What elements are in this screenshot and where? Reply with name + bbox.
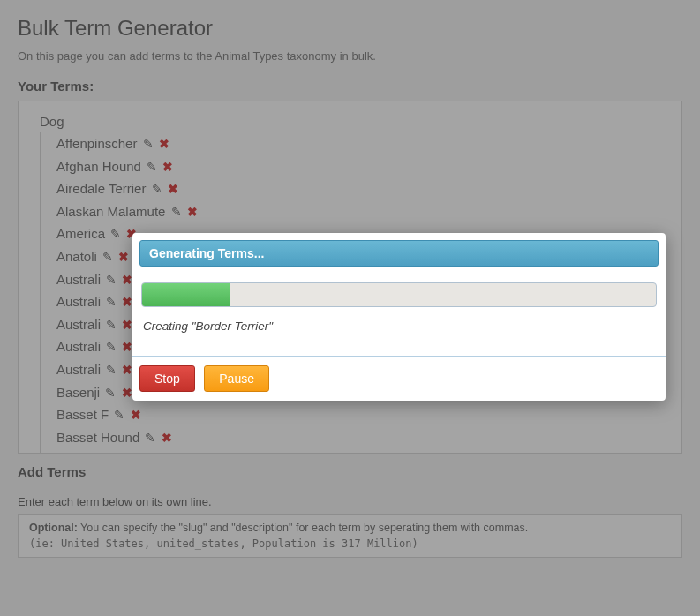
stop-button[interactable]: Stop (139, 365, 195, 392)
creating-status: Creating "Border Terrier" (143, 319, 657, 333)
dialog-title: Generating Terms... (139, 240, 659, 267)
progress-bar-fill (142, 283, 230, 306)
progress-bar-track (141, 282, 657, 307)
pause-button[interactable]: Pause (204, 365, 269, 392)
generate-dialog: Generating Terms... Creating "Border Ter… (132, 233, 666, 401)
